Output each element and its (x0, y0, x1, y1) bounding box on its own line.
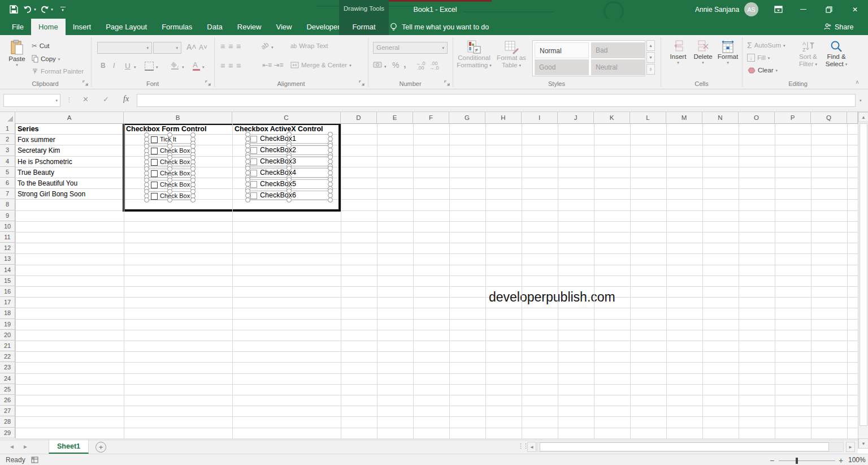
scroll-down-icon[interactable]: ▼ (858, 438, 868, 449)
selection-handle[interactable] (287, 177, 292, 182)
row-header-19[interactable]: 19 (0, 319, 15, 330)
column-header-L[interactable]: L (630, 112, 666, 124)
zoom-in-icon[interactable]: + (839, 456, 843, 465)
selection-handle[interactable] (167, 166, 172, 171)
zoom-out-icon[interactable]: − (770, 456, 774, 465)
column-header-O[interactable]: O (739, 112, 775, 124)
column-header-Q[interactable]: Q (811, 112, 847, 124)
activex-checkbox-control[interactable]: CheckBox4 (248, 168, 331, 178)
selection-handle[interactable] (328, 197, 333, 203)
form-checkbox-control[interactable]: Tick It (146, 135, 193, 144)
checkbox-icon[interactable] (151, 182, 158, 188)
row-header-24[interactable]: 24 (0, 373, 15, 384)
form-checkbox-control[interactable]: Check Box 4 (146, 169, 193, 178)
selection-handle[interactable] (287, 143, 292, 148)
row-header-8[interactable]: 8 (0, 199, 15, 210)
cell-a2[interactable]: Fox summer (18, 135, 55, 145)
form-checkbox-control[interactable]: Check Box 3 (146, 157, 193, 166)
column-header-D[interactable]: D (341, 112, 377, 124)
column-header-F[interactable]: F (413, 112, 449, 124)
cell-a3[interactable]: Secretary Kim (18, 145, 60, 156)
row-header-29[interactable]: 29 (0, 428, 15, 438)
zoom-level[interactable]: 100% (848, 456, 866, 464)
macro-record-icon[interactable] (31, 457, 38, 463)
column-header-A[interactable]: A (15, 112, 124, 124)
cell-a1[interactable]: Series (18, 124, 39, 135)
row-header-23[interactable]: 23 (0, 362, 15, 373)
column-header-E[interactable]: E (377, 112, 413, 124)
new-sheet-icon[interactable]: + (96, 442, 106, 453)
column-header-M[interactable]: M (666, 112, 702, 124)
selection-handle[interactable] (167, 144, 172, 149)
checkbox-icon[interactable] (250, 170, 257, 176)
row-header-2[interactable]: 2 (0, 134, 15, 145)
selection-handle[interactable] (167, 178, 172, 183)
row-header-27[interactable]: 27 (0, 406, 15, 416)
cell-a6[interactable]: To the Beautiful You (18, 178, 77, 189)
row-header-1[interactable]: 1 (0, 123, 15, 134)
column-header-H[interactable]: H (485, 112, 522, 124)
row-header-15[interactable]: 15 (0, 275, 15, 286)
row-header-11[interactable]: 11 (0, 232, 15, 243)
horizontal-scrollbar-thumb[interactable] (540, 442, 829, 451)
selection-handle[interactable] (245, 197, 250, 203)
column-header-G[interactable]: G (449, 112, 485, 124)
row-header-26[interactable]: 26 (0, 395, 15, 406)
selection-handle[interactable] (167, 132, 172, 137)
checkbox-icon[interactable] (151, 193, 158, 200)
checkbox-icon[interactable] (250, 147, 257, 154)
selection-handle[interactable] (287, 166, 292, 171)
checkbox-icon[interactable] (250, 181, 257, 188)
checkbox-icon[interactable] (151, 136, 158, 143)
row-header-10[interactable]: 10 (0, 221, 15, 232)
hscroll-right-icon[interactable]: ► (846, 442, 855, 452)
row-header-22[interactable]: 22 (0, 351, 15, 362)
activex-checkbox-control[interactable]: CheckBox6 (248, 191, 331, 200)
row-header-13[interactable]: 13 (0, 253, 15, 264)
zoom-slider-thumb[interactable] (796, 458, 798, 464)
vertical-scrollbar[interactable]: ▲ ▼ (858, 112, 868, 449)
column-header-B[interactable]: B (124, 112, 232, 124)
form-checkbox-control[interactable]: Check Box 2 (146, 146, 193, 155)
cell-a5[interactable]: True Beauty (18, 167, 54, 178)
checkbox-icon[interactable] (250, 158, 257, 165)
form-checkbox-control[interactable]: Check Box 6 (146, 191, 193, 200)
cell-a4[interactable]: He is Pschometric (18, 157, 72, 167)
row-header-21[interactable]: 21 (0, 341, 15, 351)
checkbox-icon[interactable] (151, 170, 158, 177)
checkbox-icon[interactable] (151, 148, 158, 154)
cell-a7[interactable]: Strong Girl Bong Soon (18, 189, 85, 200)
row-header-28[interactable]: 28 (0, 416, 15, 427)
row-header-5[interactable]: 5 (0, 167, 15, 178)
form-checkbox-control[interactable]: Check Box 5 (146, 180, 193, 189)
checkbox-icon[interactable] (151, 159, 158, 166)
sheet-tab-sheet1[interactable]: Sheet1 (49, 440, 89, 454)
column-header-P[interactable]: P (775, 112, 811, 124)
selection-handle[interactable] (167, 155, 172, 160)
selection-handle[interactable] (167, 197, 172, 203)
activex-checkbox-control[interactable]: CheckBox2 (248, 145, 331, 155)
activex-checkbox-control[interactable]: CheckBox3 (248, 157, 331, 166)
row-header-25[interactable]: 25 (0, 384, 15, 395)
row-header-3[interactable]: 3 (0, 145, 15, 156)
checkbox-icon[interactable] (250, 136, 257, 143)
selection-handle[interactable] (287, 197, 292, 203)
tab-scrollbar-splitter[interactable]: ⋮⋮ (518, 442, 528, 450)
activex-checkbox-control[interactable]: CheckBox5 (248, 179, 331, 189)
selection-handle[interactable] (287, 188, 292, 193)
column-header-K[interactable]: K (594, 112, 630, 124)
row-header-7[interactable]: 7 (0, 188, 15, 199)
row-header-20[interactable]: 20 (0, 330, 15, 341)
column-header-C[interactable]: C (232, 112, 341, 124)
activex-checkbox-control[interactable]: CheckBox1 (248, 134, 331, 144)
row-header-14[interactable]: 14 (0, 265, 15, 275)
row-header-16[interactable]: 16 (0, 286, 15, 297)
zoom-slider-track[interactable] (779, 460, 835, 461)
selection-handle[interactable] (287, 154, 292, 160)
row-header-18[interactable]: 18 (0, 308, 15, 318)
selection-handle[interactable] (287, 132, 292, 137)
column-header-partial[interactable] (847, 112, 858, 124)
row-header-17[interactable]: 17 (0, 297, 15, 308)
row-header-9[interactable]: 9 (0, 210, 15, 221)
scroll-up-icon[interactable]: ▲ (858, 112, 868, 122)
